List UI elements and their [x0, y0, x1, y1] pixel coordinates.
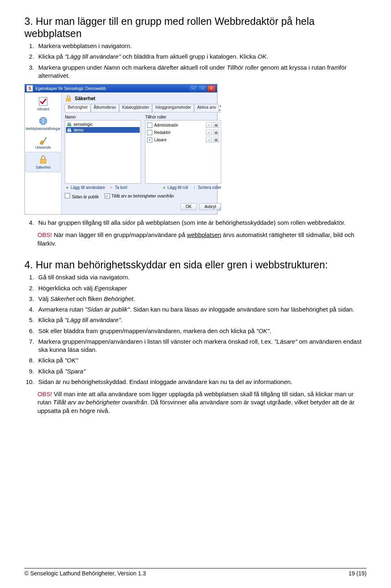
check-icon: [38, 97, 48, 106]
dialog-header: Säkerhet: [75, 96, 95, 101]
s3-obs-link: webbplatsen: [187, 231, 221, 238]
s4-li3-i1: Säkerhet: [50, 295, 75, 302]
tab-inloggningsmetoder[interactable]: Inloggningsmetoder: [152, 104, 194, 112]
ok-button[interactable]: OK: [180, 203, 197, 210]
sort-roles-button[interactable]: ↕Sortera roller: [192, 185, 222, 190]
tabstrip: Behörighet Åtkomstkrav Katalogtjänster I…: [65, 104, 221, 112]
s4-li7-ital: "Läsare": [274, 338, 297, 345]
s4-li6-ital: "OK": [256, 327, 269, 334]
section-3-list: Markera webbplatsen i navigatorn. Klicka…: [24, 42, 367, 80]
role-row[interactable]: Redaktör −▤: [146, 129, 220, 136]
opt-inherit[interactable]: Tillåt arv av behörigheter ovanifrån: [105, 193, 174, 199]
footer-left: © Senselogic Lathund Behörigheter, Versi…: [24, 570, 146, 577]
header-lock-icon: [65, 95, 72, 102]
s3-step-2: Klicka på "Lägg till användare" och bläd…: [36, 53, 367, 61]
s4-li2-pre: Högerklicka och välj: [38, 285, 94, 292]
sort-roles-label: Sortera roller: [198, 185, 222, 190]
role-checkbox[interactable]: [147, 123, 152, 128]
role-minus-icon[interactable]: −: [206, 129, 212, 135]
s3-step2-ital1: "Lägg till användare": [65, 53, 121, 60]
list-item[interactable]: senselogic: [66, 121, 140, 127]
s3-step-3: Markera gruppen under Namn och markera d…: [36, 64, 367, 80]
checkbox[interactable]: [105, 193, 110, 199]
s4-li8: Klicka på "OK": [36, 356, 367, 364]
s4-li3-post: .: [134, 295, 135, 302]
name-1: demo: [73, 128, 83, 132]
s3-step2-post: .: [266, 53, 268, 60]
section-4-title: 4. Hur man behörighetsskyddar en sida el…: [24, 259, 367, 271]
minimize-button[interactable]: –: [189, 85, 198, 92]
remove-button[interactable]: −Ta bort: [109, 185, 127, 190]
role-checkbox[interactable]: [147, 137, 152, 143]
tab-katalogtjanster[interactable]: Katalogtjänster: [119, 104, 152, 112]
opt-inherit-label: Tillåt arv av behörigheter ovanifrån: [112, 194, 174, 198]
role-props-icon[interactable]: ▤: [213, 122, 219, 128]
s4-li8-ital: "OK": [65, 357, 78, 364]
role-row[interactable]: Administratör −▤: [146, 121, 220, 129]
app-icon: S: [26, 85, 33, 92]
page-footer: © Senselogic Lathund Behörigheter, Versi…: [24, 568, 367, 577]
name-0: senselogic: [73, 122, 92, 127]
s3-step3-pre: Markera gruppen under: [38, 64, 104, 71]
maximize-button[interactable]: ▫: [198, 85, 206, 92]
sidebar-label-3: Säkerhet: [36, 165, 51, 169]
sidebar-item-sakerhet[interactable]: Säkerhet: [26, 152, 60, 172]
role-minus-icon[interactable]: −: [206, 137, 212, 143]
s4-li9-ital: "Spara": [65, 368, 86, 375]
add-role-button[interactable]: ＋Lägg till roll: [162, 185, 188, 190]
checkbox[interactable]: [65, 193, 70, 198]
s3-obs-pre: När man lägger till en grupp/mapp/använd…: [52, 231, 187, 238]
s4-li9-pre: Klicka på: [38, 368, 65, 375]
role-checkbox[interactable]: [147, 130, 152, 135]
s4-li7: Markera gruppen/mappen/användaren i list…: [36, 338, 367, 354]
add-user-button[interactable]: ＋Lägg till användare: [65, 185, 105, 190]
s4-li5-ital: "Lägg till användare": [65, 316, 121, 323]
plus-icon: ＋: [65, 185, 69, 190]
roles-label: Tillhör roller: [145, 115, 221, 119]
s3-step3-ital2: Tillhör roller: [227, 64, 259, 71]
sidebar-item-utseende[interactable]: Utseende: [25, 133, 61, 152]
role-props-icon[interactable]: ▤: [213, 129, 219, 135]
role-row[interactable]: Läsare −▤: [146, 136, 220, 143]
dialog-main: Säkerhet Behörighet Åtkomstkrav Katalogt…: [62, 92, 224, 214]
tab-scroll[interactable]: ◂ ▸: [219, 104, 221, 112]
section-3-list-cont: Nu har gruppen tillgång till alla sidor …: [24, 219, 367, 227]
add-role-label: Lägg till roll: [167, 185, 188, 190]
svg-point-4: [68, 123, 69, 124]
s4-li4-post: . Sidan kan nu bara läsas av inloggade a…: [130, 306, 354, 313]
close-button[interactable]: ✕: [207, 85, 215, 92]
screenshot-dialog: S Egenskaper för Senselogic Demowebb – ▫…: [24, 84, 217, 215]
lock-icon: [38, 155, 48, 165]
s3-step2-pre: Klicka på: [38, 53, 65, 60]
s4-li10-text: Sidan är nu behörighetsskyddad. Endast i…: [38, 378, 292, 385]
tab-behorighet[interactable]: Behörighet: [65, 104, 90, 112]
s4-li5-post: .: [121, 316, 122, 323]
s3-step-1: Markera webbplatsen i navigatorn.: [36, 42, 367, 50]
sidebar-label-2: Utseende: [35, 145, 51, 149]
s3-step1-text: Markera webbplatsen i navigatorn.: [38, 42, 132, 49]
s3-step-4: Nu har gruppen tillgång till alla sidor …: [36, 219, 367, 227]
sidebar-label-1: Webbplatsinställningar: [26, 127, 60, 131]
group-icon: [67, 122, 72, 127]
role-minus-icon[interactable]: −: [206, 122, 212, 128]
brush-icon: [38, 136, 48, 145]
s3-step3-ital1: Namn: [104, 64, 120, 71]
footer-right: 19 (19): [349, 570, 367, 577]
names-list[interactable]: senselogic demo: [65, 120, 141, 184]
tab-aktiva[interactable]: Aktiva anv: [194, 104, 219, 112]
s4-li9: Klicka på "Spara": [36, 367, 367, 375]
s4-li7-pre: Markera gruppen/mappen/användaren i list…: [38, 338, 274, 345]
role-props-icon[interactable]: ▤: [213, 137, 219, 143]
tab-atkomstkrav[interactable]: Åtkomstkrav: [91, 104, 119, 112]
s4-li3-pre: Välj: [38, 295, 50, 302]
resize-grip-icon[interactable]: [216, 206, 221, 211]
s4-li3: Välj Säkerhet och fliken Behörighet.: [36, 295, 367, 303]
list-item[interactable]: demo: [66, 127, 140, 133]
s4-li1: Gå till önskad sida via navigatorn.: [36, 273, 367, 281]
opt-public[interactable]: Sidan är publik: [65, 193, 99, 199]
svg-rect-9: [67, 130, 71, 132]
sidebar: Allmänt Webbplatsinställningar Utseende …: [25, 92, 62, 214]
sidebar-item-webbplats[interactable]: Webbplatsinställningar: [25, 114, 61, 133]
sidebar-item-allmant[interactable]: Allmänt: [25, 94, 61, 114]
section-3-title: 3. Hur man lägger till en grupp med roll…: [24, 15, 367, 39]
